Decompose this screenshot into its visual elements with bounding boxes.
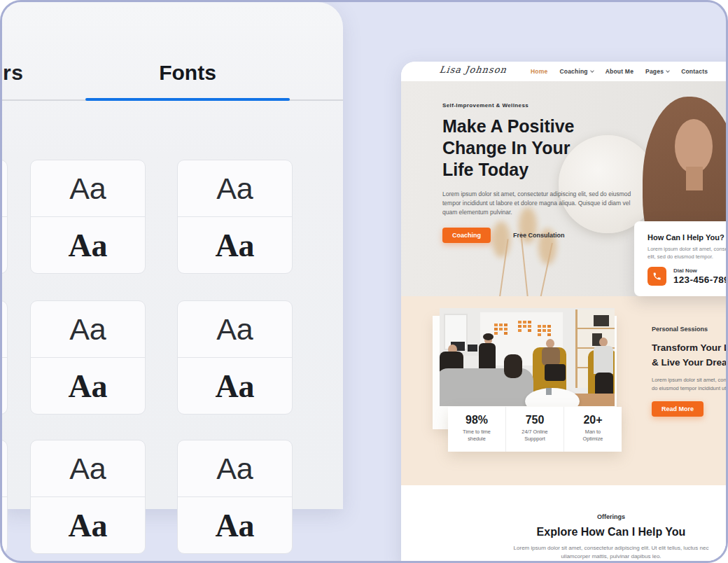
hero-photo-woman-face xyxy=(675,119,713,174)
phone-number[interactable]: 123-456-7890 xyxy=(673,274,728,285)
hero-eyebrow: Self-Improvement & Wellness xyxy=(442,102,652,109)
chevron-down-icon xyxy=(590,69,594,73)
site-nav: Home Coaching About Me Pages Contacts xyxy=(531,62,708,81)
stats-card: 98% Time to timeshedule 750 24/7 OnlineS… xyxy=(448,407,622,452)
font-pair-card[interactable]: Aa Aa xyxy=(30,300,146,415)
hero-title: Make A Positive Change In Your Life Toda… xyxy=(442,116,652,181)
font-sample-sans: Aa xyxy=(216,452,253,486)
tab-colors-partial[interactable]: rs xyxy=(3,61,23,85)
active-tab-underline xyxy=(85,98,290,101)
hero-copy: Self-Improvement & Wellness Make A Posit… xyxy=(442,102,652,243)
nav-contacts[interactable]: Contacts xyxy=(681,68,708,75)
website-preview: Lisa Johnson Home Coaching About Me Page… xyxy=(401,62,728,563)
read-more-button[interactable]: Read More xyxy=(652,401,704,417)
help-card: How Can I Help You? Lorem ipsum dolor si… xyxy=(634,221,728,296)
font-sample-sans: Aa xyxy=(216,172,253,206)
stat-support: 750 24/7 OnlineSuppport xyxy=(505,407,564,452)
hero-photo-woman xyxy=(686,167,703,190)
font-pair-card[interactable]: Aa Aa xyxy=(177,300,293,415)
nav-pages[interactable]: Pages xyxy=(645,68,669,75)
font-pair-card[interactable]: Aa Aa xyxy=(177,440,293,554)
stat-optimize: 20+ Man toOptimize xyxy=(564,407,622,452)
tab-fonts[interactable]: Fonts xyxy=(85,61,290,85)
font-sample-sans: Aa xyxy=(69,172,106,206)
free-consultation-link[interactable]: Free Consulation xyxy=(513,232,565,239)
font-card-cutoff[interactable] xyxy=(0,440,8,554)
font-sample-sans: Aa xyxy=(69,312,106,347)
dial-now-label: Dial Now xyxy=(673,267,728,274)
sessions-title: Transform Your Life & Live Your Dreams xyxy=(652,340,728,370)
offerings-eyebrow: Offerings xyxy=(401,513,728,520)
font-card-cutoff[interactable] xyxy=(0,160,8,274)
nav-home[interactable]: Home xyxy=(531,68,547,75)
stat-schedule: 98% Time to timeshedule xyxy=(448,407,505,452)
help-card-title: How Can I Help You? xyxy=(648,233,728,242)
font-sample-serif: Aa xyxy=(215,227,254,264)
nav-coaching[interactable]: Coaching xyxy=(559,68,593,75)
personal-sessions-copy: Personal Sessions Transform Your Life & … xyxy=(652,326,728,417)
help-card-text: Lorem ipsum dolor sit amet, consectetur … xyxy=(648,245,728,260)
font-sample-serif: Aa xyxy=(68,227,107,264)
offerings-section: Offerings Explore How Can I Help You Lor… xyxy=(401,485,728,563)
font-sample-sans: Aa xyxy=(216,312,253,347)
fonts-panel: rs Fonts Aa Aa Aa Aa Aa Aa Aa Aa xyxy=(2,2,343,509)
sessions-paragraph: Lorem ipsum dolor sit amet, consectetur … xyxy=(652,376,728,392)
chevron-down-icon xyxy=(666,69,670,73)
sessions-section: 98% Time to timeshedule 750 24/7 OnlineS… xyxy=(401,296,728,485)
font-pair-card[interactable]: Aa Aa xyxy=(30,160,146,274)
sessions-eyebrow: Personal Sessions xyxy=(652,326,728,333)
font-pair-card[interactable]: Aa Aa xyxy=(30,440,146,554)
site-logo[interactable]: Lisa Johnson xyxy=(439,64,507,75)
font-sample-serif: Aa xyxy=(215,507,254,544)
meeting-photo xyxy=(440,308,615,406)
app-screen: rs Fonts Aa Aa Aa Aa Aa Aa Aa Aa xyxy=(0,0,728,563)
hero-paragraph: Lorem ipsum dolor sit amet, consectetur … xyxy=(442,190,645,217)
font-sample-sans: Aa xyxy=(69,452,106,486)
phone-icon[interactable] xyxy=(648,267,666,286)
font-sample-serif: Aa xyxy=(68,368,107,405)
coaching-button[interactable]: Coaching xyxy=(442,228,491,243)
site-header: Lisa Johnson Home Coaching About Me Page… xyxy=(401,62,728,81)
offerings-title: Explore How Can I Help You xyxy=(401,526,728,538)
offerings-paragraph: Lorem ipsum dolor sit amet, consectetur … xyxy=(510,544,713,561)
font-pair-card[interactable]: Aa Aa xyxy=(177,160,293,274)
font-sample-serif: Aa xyxy=(68,507,107,544)
font-sample-serif: Aa xyxy=(215,368,254,405)
nav-about-me[interactable]: About Me xyxy=(606,68,634,75)
font-card-cutoff[interactable] xyxy=(0,300,8,415)
